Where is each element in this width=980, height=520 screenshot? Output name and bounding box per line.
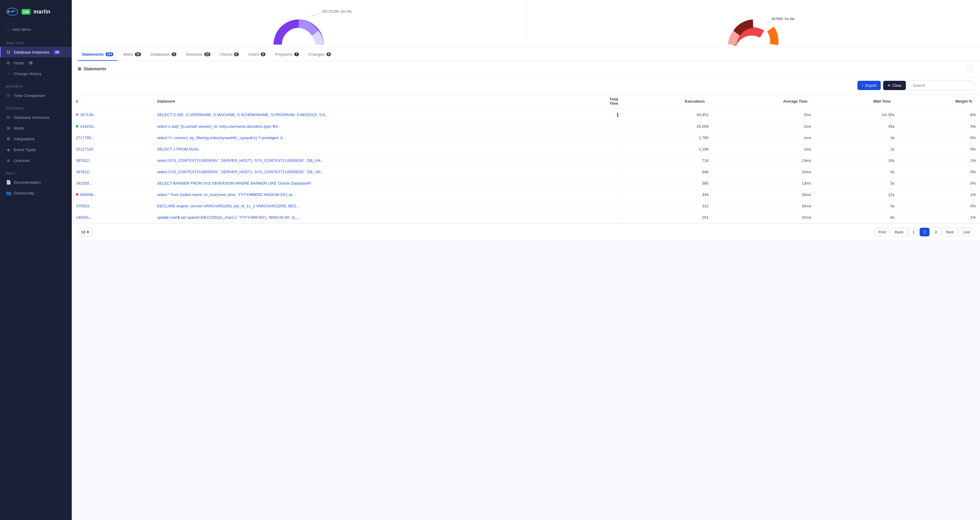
sort-icon-num[interactable]: ↕: [80, 100, 82, 103]
page-size-chevron-icon: ▾: [87, 230, 89, 234]
statement-link[interactable]: select * from (select name, to_char(next…: [157, 192, 297, 197]
tab-statements[interactable]: Statements264: [78, 48, 118, 61]
tab-waits[interactable]: Waits14: [119, 48, 145, 61]
sidebar-item-database-instances[interactable]: ⊟Database Instances19: [0, 47, 72, 57]
sidebar-item-integrations[interactable]: ⌘Integrations: [0, 134, 72, 144]
cell-wait-time: 5s: [815, 200, 899, 212]
cell-id: 32127143: [72, 143, 153, 155]
sidebar-item-licences[interactable]: ⊛Licences: [0, 155, 72, 166]
sidebar-section-label-analysis: ANALYSIS: [0, 36, 72, 47]
database-instances-label: Database Instances: [14, 50, 49, 54]
export-button[interactable]: ↑ Export: [858, 81, 881, 90]
sidebar-item-documentation[interactable]: 📄Documentation: [0, 177, 72, 188]
svg-line-3: [766, 21, 771, 24]
cell-statement[interactable]: update user$ set spare6=DECODE(to_char(:…: [153, 212, 574, 223]
logo-fish-icon: [6, 5, 19, 18]
hide-menu-arrow-icon: ←: [6, 27, 10, 32]
cell-wait-time: 3s: [815, 132, 899, 143]
sidebar-item-community[interactable]: 👥Community: [0, 188, 72, 198]
svg-line-2: [310, 13, 321, 16]
right-donut-chart: ACTIVE: 7m 19s: [723, 0, 783, 45]
cell-id: 859446...: [72, 189, 153, 200]
row-id-link[interactable]: 146291...: [76, 215, 92, 220]
row-id-link[interactable]: 387612...: [76, 158, 92, 163]
cell-id: 387612...: [72, 155, 153, 166]
panel-collapse-button[interactable]: −: [967, 65, 974, 72]
row-id-link[interactable]: 379353...: [76, 204, 92, 208]
statement-link[interactable]: select s.sid||':'||s.serial# session_id,…: [157, 124, 281, 129]
hide-menu-label: Hide Menu: [12, 27, 31, 32]
sidebar-item-change-history[interactable]: ↔Change History: [0, 68, 72, 79]
cell-statement[interactable]: SELECT 1 FROM DUAL: [153, 143, 574, 155]
table-row: 379353...DECLARE engine_version VARCHAR2…: [72, 200, 980, 212]
clear-button[interactable]: ✕ Clear: [883, 81, 906, 90]
table-row: 32127143SELECT 1 FROM DUAL-1,1681ms2s0%: [72, 143, 980, 155]
statement-link[interactable]: update user$ set spare6=DECODE(to_char(:…: [157, 215, 301, 220]
sidebar-item-time-comparison[interactable]: ◷Time Comparison: [0, 90, 72, 101]
cell-statement[interactable]: SELECT S.SID, S.USERNAME, S.MACHINE, S.S…: [153, 109, 574, 121]
statement-link[interactable]: DECLARE engine_version VARCHAR2(80); job…: [157, 204, 299, 208]
statement-link[interactable]: SELECT BANNER FROM SYS.V$VERSION WHERE B…: [157, 181, 312, 185]
tab-programs[interactable]: Programs7: [271, 48, 303, 61]
back-page-button[interactable]: Back: [891, 228, 907, 236]
cell-statement[interactable]: select s.sid||':'||s.serial# session_id,…: [153, 121, 574, 132]
panel-title-text: Statements: [84, 66, 106, 71]
statement-link[interactable]: select SYS_CONTEXT('USERENV', 'SERVER_HO…: [157, 158, 323, 163]
row-id-link[interactable]: 32127143: [76, 147, 93, 152]
statement-link[interactable]: SELECT 1 FROM DUAL: [157, 147, 199, 152]
sidebar-item-hosts[interactable]: ⊞Hosts6: [0, 57, 72, 68]
cell-statement[interactable]: select /*+ connect_by_filtering index(sy…: [153, 132, 574, 143]
cell-weight: 0%: [899, 166, 980, 177]
row-id-link[interactable]: 416233...: [80, 124, 96, 129]
sort-icon-exec[interactable]: ↕: [707, 100, 708, 103]
sidebar-item-settings-db-instances[interactable]: ⊟Database Instances: [0, 112, 72, 123]
sidebar-section-reports: REPORTS◷Time Comparison: [0, 79, 72, 101]
first-page-button[interactable]: First: [875, 228, 890, 236]
page-3-button[interactable]: 3: [931, 228, 940, 236]
change-history-label: Change History: [14, 72, 41, 76]
page-size-selector[interactable]: 10 ▾: [78, 228, 92, 236]
toolbar: ↑ Export ✕ Clear: [72, 77, 980, 94]
cell-executions: 26,059: [622, 121, 713, 132]
cell-statement[interactable]: DECLARE engine_version VARCHAR2(80); job…: [153, 200, 574, 212]
sidebar-item-settings-hosts[interactable]: ⊞Hosts: [0, 123, 72, 134]
tab-changes[interactable]: Changes0: [304, 48, 336, 61]
sidebar-item-event-types[interactable]: ◈Event Types: [0, 144, 72, 155]
next-page-button[interactable]: Next: [942, 228, 958, 236]
sort-icon-weight[interactable]: ↕: [974, 100, 976, 103]
cell-statement[interactable]: select * from (select name, to_char(next…: [153, 189, 574, 200]
settings-hosts-label: Hosts: [14, 126, 24, 131]
tab-clients[interactable]: Clients6: [216, 48, 243, 61]
tab-sessions[interactable]: Sessions23: [182, 48, 215, 61]
statement-link[interactable]: select SYS_CONTEXT('USERENV', 'SERVER_HO…: [157, 170, 323, 174]
row-id-link[interactable]: 387612...: [76, 170, 92, 174]
last-page-button[interactable]: Last: [959, 228, 974, 236]
page-1-button[interactable]: 1: [908, 228, 918, 236]
hide-menu-button[interactable]: ← Hide Menu: [0, 24, 72, 36]
row-id-link[interactable]: 357139...: [80, 113, 96, 117]
statement-link[interactable]: select /*+ connect_by_filtering index(sy…: [157, 136, 286, 140]
row-id-link[interactable]: 859446...: [80, 192, 96, 197]
search-input[interactable]: [908, 80, 974, 90]
panel-title: ⊞ Statements: [78, 66, 106, 71]
cell-weight: 3%: [899, 121, 980, 132]
time-comparison-label: Time Comparison: [14, 93, 45, 98]
tab-databases[interactable]: Databases5: [146, 48, 181, 61]
tab-changes-badge: 0: [326, 53, 331, 56]
row-id-link[interactable]: 2717785...: [76, 136, 94, 140]
cell-statement[interactable]: SELECT BANNER FROM SYS.V$VERSION WHERE B…: [153, 177, 574, 189]
time-comparison-icon: ◷: [6, 93, 11, 98]
cell-statement[interactable]: select SYS_CONTEXT('USERENV', 'SERVER_HO…: [153, 155, 574, 166]
cell-id: 379353...: [72, 200, 153, 212]
tab-users[interactable]: Users6: [244, 48, 270, 61]
sort-icon-avg[interactable]: ↕: [810, 100, 811, 103]
sidebar-section-help: HELP📄Documentation👥Community: [0, 166, 72, 198]
row-id-link[interactable]: 342293...: [76, 181, 92, 185]
settings-db-instances-icon: ⊟: [6, 115, 11, 120]
cell-avg-time: 1ms: [713, 121, 815, 132]
statement-link[interactable]: SELECT S.SID, S.USERNAME, S.MACHINE, S.S…: [157, 113, 329, 117]
sort-icon-wait[interactable]: ↕: [893, 100, 894, 103]
page-2-button[interactable]: 2: [920, 228, 929, 236]
cell-statement[interactable]: select SYS_CONTEXT('USERENV', 'SERVER_HO…: [153, 166, 574, 177]
cell-total-time: -: [574, 121, 622, 132]
